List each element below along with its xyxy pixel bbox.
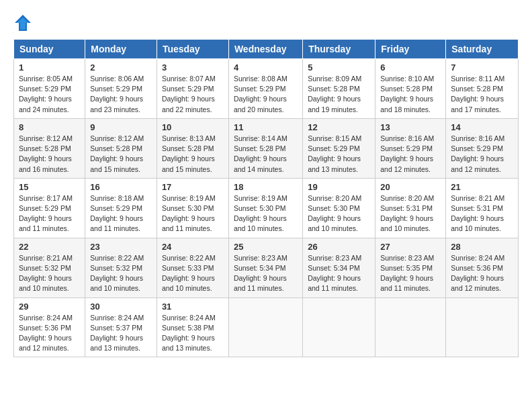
day-number: 21	[451, 182, 513, 192]
day-number: 9	[90, 122, 152, 132]
page-header	[13, 13, 519, 32]
calendar-cell: 14Sunrise: 8:16 AMSunset: 5:29 PMDayligh…	[446, 118, 519, 178]
calendar-cell: 29Sunrise: 8:24 AMSunset: 5:36 PMDayligh…	[14, 298, 85, 357]
calendar-cell: 12Sunrise: 8:15 AMSunset: 5:29 PMDayligh…	[303, 118, 375, 178]
calendar-cell	[303, 298, 375, 357]
day-detail: Sunrise: 8:08 AMSunset: 5:29 PMDaylight:…	[234, 74, 298, 115]
calendar-cell: 6Sunrise: 8:10 AMSunset: 5:28 PMDaylight…	[375, 59, 446, 119]
day-number: 8	[19, 122, 80, 132]
day-detail: Sunrise: 8:16 AMSunset: 5:29 PMDaylight:…	[380, 134, 441, 175]
day-detail: Sunrise: 8:14 AMSunset: 5:28 PMDaylight:…	[234, 134, 298, 175]
day-number: 13	[380, 122, 441, 132]
calendar-cell	[375, 298, 446, 357]
logo	[13, 13, 35, 32]
day-number: 15	[19, 182, 80, 192]
calendar-cell: 10Sunrise: 8:13 AMSunset: 5:28 PMDayligh…	[157, 118, 228, 178]
day-number: 1	[19, 62, 80, 73]
calendar-cell: 24Sunrise: 8:22 AMSunset: 5:33 PMDayligh…	[157, 238, 228, 298]
col-header-saturday: Saturday	[446, 40, 519, 59]
day-number: 28	[451, 242, 513, 252]
col-header-monday: Monday	[85, 40, 157, 59]
calendar-cell	[446, 298, 519, 357]
day-number: 25	[234, 242, 298, 252]
day-number: 11	[234, 122, 298, 132]
calendar-week-5: 29Sunrise: 8:24 AMSunset: 5:36 PMDayligh…	[14, 298, 519, 357]
calendar-cell: 26Sunrise: 8:23 AMSunset: 5:34 PMDayligh…	[303, 238, 375, 298]
calendar-cell: 16Sunrise: 8:18 AMSunset: 5:29 PMDayligh…	[85, 178, 157, 238]
calendar-cell: 4Sunrise: 8:08 AMSunset: 5:29 PMDaylight…	[228, 59, 302, 119]
day-number: 7	[451, 62, 513, 73]
day-detail: Sunrise: 8:09 AMSunset: 5:28 PMDaylight:…	[308, 74, 370, 115]
calendar-header-row: SundayMondayTuesdayWednesdayThursdayFrid…	[14, 40, 519, 59]
calendar-cell: 22Sunrise: 8:21 AMSunset: 5:32 PMDayligh…	[14, 238, 85, 298]
calendar-cell: 11Sunrise: 8:14 AMSunset: 5:28 PMDayligh…	[228, 118, 302, 178]
calendar-table: SundayMondayTuesdayWednesdayThursdayFrid…	[13, 39, 519, 357]
calendar-cell: 28Sunrise: 8:24 AMSunset: 5:36 PMDayligh…	[446, 238, 519, 298]
day-number: 3	[162, 62, 224, 73]
day-detail: Sunrise: 8:16 AMSunset: 5:29 PMDaylight:…	[451, 134, 513, 175]
day-detail: Sunrise: 8:24 AMSunset: 5:37 PMDaylight:…	[90, 313, 152, 354]
day-detail: Sunrise: 8:24 AMSunset: 5:36 PMDaylight:…	[451, 253, 513, 294]
calendar-cell: 23Sunrise: 8:22 AMSunset: 5:32 PMDayligh…	[85, 238, 157, 298]
day-number: 31	[162, 302, 224, 312]
day-number: 29	[19, 302, 80, 312]
day-detail: Sunrise: 8:23 AMSunset: 5:35 PMDaylight:…	[380, 253, 441, 294]
calendar-cell: 30Sunrise: 8:24 AMSunset: 5:37 PMDayligh…	[85, 298, 157, 357]
day-detail: Sunrise: 8:20 AMSunset: 5:30 PMDaylight:…	[308, 193, 370, 234]
day-number: 27	[380, 242, 441, 252]
col-header-tuesday: Tuesday	[157, 40, 228, 59]
day-number: 4	[234, 62, 298, 73]
day-detail: Sunrise: 8:13 AMSunset: 5:28 PMDaylight:…	[162, 134, 224, 175]
day-detail: Sunrise: 8:24 AMSunset: 5:38 PMDaylight:…	[162, 313, 224, 354]
col-header-sunday: Sunday	[14, 40, 85, 59]
calendar-cell: 31Sunrise: 8:24 AMSunset: 5:38 PMDayligh…	[157, 298, 228, 357]
day-number: 23	[90, 242, 152, 252]
day-number: 20	[380, 182, 441, 192]
calendar-cell: 15Sunrise: 8:17 AMSunset: 5:29 PMDayligh…	[14, 178, 85, 238]
calendar-cell: 17Sunrise: 8:19 AMSunset: 5:30 PMDayligh…	[157, 178, 228, 238]
day-detail: Sunrise: 8:18 AMSunset: 5:29 PMDaylight:…	[90, 193, 152, 234]
day-number: 17	[162, 182, 224, 192]
day-number: 26	[308, 242, 370, 252]
day-number: 10	[162, 122, 224, 132]
day-detail: Sunrise: 8:23 AMSunset: 5:34 PMDaylight:…	[308, 253, 370, 294]
calendar-week-2: 8Sunrise: 8:12 AMSunset: 5:28 PMDaylight…	[14, 118, 519, 178]
day-detail: Sunrise: 8:22 AMSunset: 5:32 PMDaylight:…	[90, 253, 152, 294]
calendar-cell: 7Sunrise: 8:11 AMSunset: 5:28 PMDaylight…	[446, 59, 519, 119]
calendar-week-4: 22Sunrise: 8:21 AMSunset: 5:32 PMDayligh…	[14, 238, 519, 298]
calendar-cell: 20Sunrise: 8:20 AMSunset: 5:31 PMDayligh…	[375, 178, 446, 238]
day-detail: Sunrise: 8:07 AMSunset: 5:29 PMDaylight:…	[162, 74, 224, 115]
calendar-cell: 21Sunrise: 8:21 AMSunset: 5:31 PMDayligh…	[446, 178, 519, 238]
day-detail: Sunrise: 8:15 AMSunset: 5:29 PMDaylight:…	[308, 134, 370, 175]
day-detail: Sunrise: 8:17 AMSunset: 5:29 PMDaylight:…	[19, 193, 80, 234]
calendar-cell: 19Sunrise: 8:20 AMSunset: 5:30 PMDayligh…	[303, 178, 375, 238]
day-detail: Sunrise: 8:22 AMSunset: 5:33 PMDaylight:…	[162, 253, 224, 294]
day-number: 22	[19, 242, 80, 252]
calendar-cell: 9Sunrise: 8:12 AMSunset: 5:28 PMDaylight…	[85, 118, 157, 178]
day-number: 30	[90, 302, 152, 312]
day-number: 12	[308, 122, 370, 132]
calendar-cell: 5Sunrise: 8:09 AMSunset: 5:28 PMDaylight…	[303, 59, 375, 119]
calendar-cell: 3Sunrise: 8:07 AMSunset: 5:29 PMDaylight…	[157, 59, 228, 119]
day-detail: Sunrise: 8:06 AMSunset: 5:29 PMDaylight:…	[90, 74, 152, 115]
col-header-wednesday: Wednesday	[228, 40, 302, 59]
day-detail: Sunrise: 8:24 AMSunset: 5:36 PMDaylight:…	[19, 313, 80, 354]
col-header-thursday: Thursday	[303, 40, 375, 59]
day-detail: Sunrise: 8:19 AMSunset: 5:30 PMDaylight:…	[162, 193, 224, 234]
day-detail: Sunrise: 8:19 AMSunset: 5:30 PMDaylight:…	[234, 193, 298, 234]
calendar-cell: 25Sunrise: 8:23 AMSunset: 5:34 PMDayligh…	[228, 238, 302, 298]
calendar-cell: 8Sunrise: 8:12 AMSunset: 5:28 PMDaylight…	[14, 118, 85, 178]
day-detail: Sunrise: 8:21 AMSunset: 5:32 PMDaylight:…	[19, 253, 80, 294]
day-number: 5	[308, 62, 370, 73]
day-detail: Sunrise: 8:20 AMSunset: 5:31 PMDaylight:…	[380, 193, 441, 234]
calendar-cell: 13Sunrise: 8:16 AMSunset: 5:29 PMDayligh…	[375, 118, 446, 178]
day-detail: Sunrise: 8:05 AMSunset: 5:29 PMDaylight:…	[19, 74, 80, 115]
day-detail: Sunrise: 8:21 AMSunset: 5:31 PMDaylight:…	[451, 193, 513, 234]
day-detail: Sunrise: 8:12 AMSunset: 5:28 PMDaylight:…	[19, 134, 80, 175]
day-number: 2	[90, 62, 152, 73]
day-number: 18	[234, 182, 298, 192]
calendar-cell: 18Sunrise: 8:19 AMSunset: 5:30 PMDayligh…	[228, 178, 302, 238]
day-detail: Sunrise: 8:11 AMSunset: 5:28 PMDaylight:…	[451, 74, 513, 115]
logo-icon	[13, 13, 32, 32]
calendar-cell: 27Sunrise: 8:23 AMSunset: 5:35 PMDayligh…	[375, 238, 446, 298]
